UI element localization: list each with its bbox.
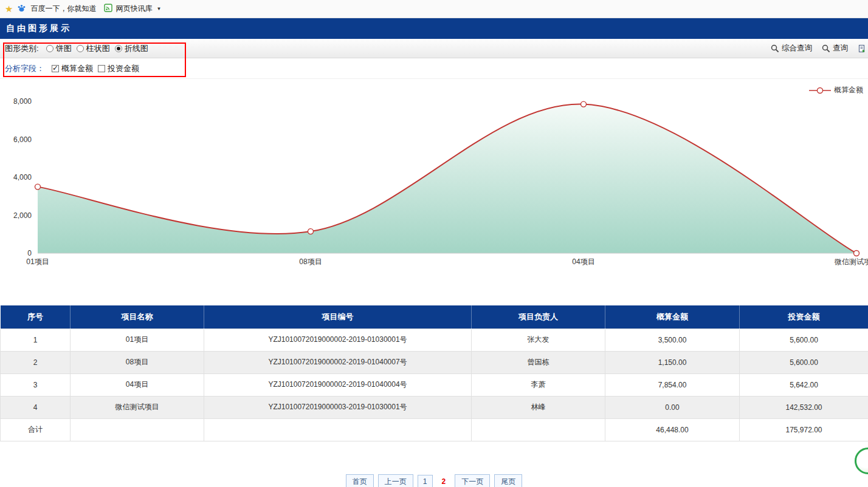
bookmark-baidu[interactable]: 百度一下，你就知道 bbox=[30, 4, 96, 14]
column-header: 概算金额 bbox=[605, 305, 740, 329]
data-table: 序号项目名称项目编号项目负责人概算金额投资金额 101项目YZJ10100720… bbox=[0, 305, 868, 441]
y-axis-tick-label: 4,000 bbox=[13, 173, 32, 182]
page-number-1[interactable]: 1 bbox=[418, 475, 433, 487]
data-point-marker bbox=[35, 184, 41, 189]
page-number-2[interactable]: 2 bbox=[437, 475, 451, 487]
checkbox-icon[interactable] bbox=[52, 65, 59, 72]
radio-icon[interactable] bbox=[46, 45, 53, 52]
chart-type-option-pie[interactable]: 饼图 bbox=[46, 43, 72, 54]
page: ★ 百度一下，你就知道 网页快讯库 ▼ 自由图 bbox=[0, 0, 868, 487]
toolbar-analysis-fields: 分析字段： 概算金额 投资金额 bbox=[0, 58, 868, 79]
data-point-marker bbox=[854, 251, 859, 256]
chart-legend[interactable]: 概算金额 bbox=[809, 85, 863, 95]
table-row: 101项目YZJ1010072019000002-2019-01030001号张… bbox=[1, 329, 868, 351]
analysis-fields-label: 分析字段： bbox=[5, 63, 44, 74]
table-cell: 04项目 bbox=[71, 373, 204, 396]
radio-icon[interactable] bbox=[115, 45, 122, 52]
search-icon bbox=[822, 44, 830, 53]
table-cell: 李萧 bbox=[472, 373, 605, 396]
bookmark-bar: ★ 百度一下，你就知道 网页快讯库 ▼ bbox=[0, 0, 868, 18]
search-icon bbox=[771, 44, 779, 53]
table-cell: YZJ1010072019000002-2019-01030001号 bbox=[204, 329, 472, 351]
y-axis-tick-label: 6,000 bbox=[13, 135, 32, 144]
table-cell: YZJ1010072019000003-2019-01030001号 bbox=[204, 396, 472, 418]
column-header: 序号 bbox=[1, 305, 71, 329]
bookmark-label: 百度一下，你就知道 bbox=[30, 4, 96, 14]
data-point-marker bbox=[308, 229, 314, 234]
y-axis-tick-label: 8,000 bbox=[13, 97, 32, 106]
table-cell: 5,642.00 bbox=[740, 373, 868, 396]
toolbar-chart-type: 图形类别: 饼图 柱状图 折线图 综合查询 bbox=[0, 39, 868, 58]
table-header-row: 序号项目名称项目编号项目负责人概算金额投资金额 bbox=[1, 305, 868, 329]
table-cell: YZJ1010072019000002-2019-01040004号 bbox=[204, 373, 472, 396]
star-icon[interactable]: ★ bbox=[5, 4, 13, 13]
table-cell bbox=[472, 418, 605, 441]
paw-icon[interactable] bbox=[17, 4, 26, 15]
legend-label: 概算金额 bbox=[834, 85, 863, 95]
table-cell: 2 bbox=[1, 351, 71, 373]
first-page-button[interactable]: 首页 bbox=[346, 474, 374, 487]
table-row: 304项目YZJ1010072019000002-2019-01040004号李… bbox=[1, 373, 868, 396]
bookmark-label: 网页快讯库 bbox=[115, 4, 152, 14]
x-axis-category-label: 01项目 bbox=[26, 257, 49, 266]
table-cell: 1,150.00 bbox=[605, 351, 740, 373]
radio-icon[interactable] bbox=[77, 45, 84, 52]
table-cell: 175,972.00 bbox=[740, 418, 868, 441]
page-title: 自由图形展示 bbox=[6, 23, 72, 34]
query-button[interactable]: 查询 bbox=[822, 43, 848, 53]
table-cell: 曾国栋 bbox=[472, 351, 605, 373]
checkbox-icon[interactable] bbox=[98, 65, 105, 72]
pagination: 首页 上一页 1 2 下一页 尾页 bbox=[0, 474, 868, 487]
table-cell: 5,600.00 bbox=[740, 329, 868, 351]
bookmark-feed-library[interactable]: 网页快讯库 ▼ bbox=[104, 4, 161, 14]
chart-type-label: 图形类别: bbox=[5, 43, 39, 54]
table-cell: 5,600.00 bbox=[740, 351, 868, 373]
feed-icon bbox=[104, 4, 112, 14]
table-cell: 微信测试项目 bbox=[71, 396, 204, 418]
table-row: 208项目YZJ1010072019000002-2019-01040007号曾… bbox=[1, 351, 868, 373]
export-button[interactable]: 导出 bbox=[858, 43, 868, 53]
chart-area-fill bbox=[38, 104, 856, 253]
table-cell: 林峰 bbox=[472, 396, 605, 418]
next-page-button[interactable]: 下一页 bbox=[455, 474, 490, 487]
table-cell: 张大发 bbox=[472, 329, 605, 351]
table-row: 4微信测试项目YZJ1010072019000003-2019-01030001… bbox=[1, 396, 868, 418]
table-cell: 01项目 bbox=[71, 329, 204, 351]
table-cell: 1 bbox=[1, 329, 71, 351]
table-body: 101项目YZJ1010072019000002-2019-01030001号张… bbox=[1, 329, 868, 441]
chart-type-option-line[interactable]: 折线图 bbox=[115, 43, 148, 54]
table-cell: 4 bbox=[1, 396, 71, 418]
floating-action-button[interactable] bbox=[855, 448, 868, 474]
composite-query-button[interactable]: 综合查询 bbox=[771, 43, 812, 53]
y-axis-tick-label: 2,000 bbox=[13, 211, 32, 220]
action-label: 综合查询 bbox=[782, 43, 812, 53]
chevron-down-icon[interactable]: ▼ bbox=[156, 6, 161, 12]
x-axis-category-label: 微信测试项目 bbox=[834, 257, 868, 266]
column-header: 项目负责人 bbox=[472, 305, 605, 329]
table-cell: 3 bbox=[1, 373, 71, 396]
column-header: 项目名称 bbox=[71, 305, 204, 329]
table-cell: 7,854.00 bbox=[605, 373, 740, 396]
table-cell bbox=[204, 418, 472, 441]
table-cell: YZJ1010072019000002-2019-01040007号 bbox=[204, 351, 472, 373]
field-option-estimate-amount[interactable]: 概算金额 bbox=[52, 63, 93, 74]
table-cell: 08项目 bbox=[71, 351, 204, 373]
table-header: 序号项目名称项目编号项目负责人概算金额投资金额 bbox=[1, 305, 868, 329]
line-chart: 02,0004,0006,0008,00001项目08项目04项目微信测试项目 bbox=[0, 79, 868, 267]
column-header: 投资金额 bbox=[740, 305, 868, 329]
y-axis-tick-label: 0 bbox=[27, 249, 32, 257]
action-label: 查询 bbox=[833, 43, 848, 53]
last-page-button[interactable]: 尾页 bbox=[494, 474, 522, 487]
chart-type-option-label: 柱状图 bbox=[86, 43, 110, 54]
table-cell: 3,500.00 bbox=[605, 329, 740, 351]
table-cell: 0.00 bbox=[605, 396, 740, 418]
data-point-marker bbox=[581, 101, 587, 107]
export-icon bbox=[858, 44, 866, 53]
spacer bbox=[0, 267, 868, 305]
field-option-label: 概算金额 bbox=[61, 63, 93, 74]
field-option-label: 投资金额 bbox=[108, 63, 139, 74]
chart-type-option-bar[interactable]: 柱状图 bbox=[77, 43, 110, 54]
prev-page-button[interactable]: 上一页 bbox=[378, 474, 413, 487]
table-cell: 合计 bbox=[1, 418, 71, 441]
field-option-investment-amount[interactable]: 投资金额 bbox=[98, 63, 139, 74]
